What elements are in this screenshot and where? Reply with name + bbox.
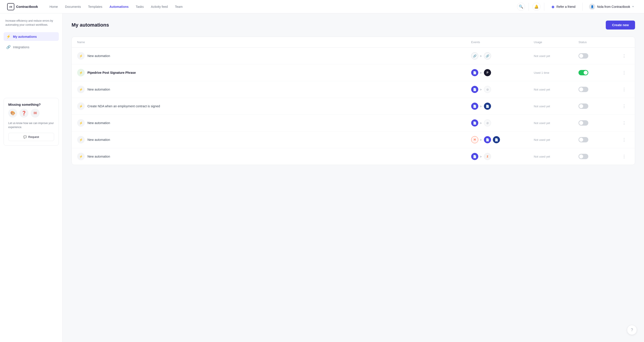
nav-documents[interactable]: Documents [62, 4, 84, 10]
automation-toggle[interactable] [578, 70, 588, 75]
nav-links: Home Documents Templates Automations Tas… [47, 4, 517, 10]
events-cell: 📄 ▶ Z [471, 153, 534, 160]
refer-label: Refer a friend [556, 5, 575, 8]
event-to-icon: ⊘ [484, 86, 491, 93]
search-button[interactable]: 🔍 [517, 3, 525, 11]
missing-card: Missing something? 🎨 ❓ ✉ Let us know how… [4, 98, 59, 146]
row-name-cell: ⚡ New automation [77, 119, 471, 127]
request-label: Request [28, 135, 39, 138]
toggle-cell [578, 137, 619, 142]
table-row[interactable]: ⚡ New automation 📄 ▶ ⊘ Not used yet ⋮ [72, 115, 635, 132]
event-arrow-icon: ▶ [480, 155, 482, 158]
event-from-icon: 📄 [471, 69, 478, 76]
automation-icon: ⚡ [77, 69, 85, 76]
row-name-cell: ⚡ New automation [77, 52, 471, 60]
more-options-button[interactable]: ⋮ [619, 120, 630, 126]
table-row[interactable]: ⚡ New automation 📄 ▶ ⊘ Not used yet ⋮ [72, 81, 635, 98]
table-row[interactable]: ⚡ New automation 📄 ▶ Z Not used yet [72, 148, 635, 165]
nav-team[interactable]: Team [172, 4, 185, 10]
hubspot-icon: H [474, 138, 476, 141]
help-button[interactable]: ? [627, 325, 637, 335]
automation-toggle[interactable] [578, 53, 588, 58]
event-from-icon: 📄 [471, 153, 478, 160]
table-header: Name Events Usage Status [72, 37, 635, 48]
nav-templates[interactable]: Templates [86, 4, 105, 10]
table-row[interactable]: ⚡ New automation H ▶ 📄 📄 Not used yet [72, 132, 635, 148]
event-from-icon: 📄 [471, 102, 478, 110]
more-options-button[interactable]: ⋮ [619, 69, 630, 76]
event-arrow-icon: ▶ [480, 54, 482, 58]
toggle-slider [578, 70, 588, 75]
sidebar-item-automations-label: My automations [13, 35, 37, 38]
event-to-icon: P [484, 69, 491, 76]
toggle-cell [578, 104, 619, 109]
events-cell: 📄 ▶ 📄 [471, 102, 534, 110]
event-to-icon-1: 📄 [484, 136, 491, 143]
row-name-cell: ⚡ New automation [77, 86, 471, 93]
notifications-button[interactable]: 🔔 [532, 3, 540, 11]
request-button[interactable]: 💬 Request [8, 133, 54, 141]
toggle-slider [578, 87, 588, 92]
diamond-icon: ◆ [552, 4, 554, 9]
event-arrow-icon: ▶ [480, 104, 482, 108]
more-options-button[interactable]: ⋮ [619, 153, 630, 160]
automation-icon: ⚡ [77, 119, 85, 127]
event-to-icon-2: 📄 [493, 136, 500, 143]
sidebar-item-integrations[interactable]: 🔗 Integrations [4, 43, 59, 52]
bolt-icon: ⚡ [79, 155, 83, 158]
search-icon: 🔍 [519, 4, 523, 9]
event-to-icon: Z [484, 153, 491, 160]
event-arrow-icon: ▶ [480, 138, 482, 141]
automations-table: Name Events Usage Status ⚡ New automatio… [72, 37, 635, 165]
automation-name: New automation [88, 88, 110, 91]
nav-activity-feed[interactable]: Activity feed [148, 4, 170, 10]
more-options-button[interactable]: ⋮ [619, 52, 630, 59]
logo[interactable]: cb Contractbook [7, 3, 38, 10]
row-name-cell: ⚡ Pipedrive Post Signature Phrase [77, 69, 471, 76]
automation-toggle[interactable] [578, 104, 588, 109]
chat-icon: 💬 [23, 135, 27, 138]
sidebar-item-automations[interactable]: ⚡ My automations [4, 32, 59, 41]
table-row[interactable]: ⚡ Create NDA when an employment contract… [72, 98, 635, 115]
question-icon: ? [631, 328, 633, 332]
events-cell: 📄 ▶ P [471, 69, 534, 76]
nav-home[interactable]: Home [47, 4, 60, 10]
create-new-button[interactable]: Create new [606, 20, 635, 30]
bolt-icon: ⚡ [79, 54, 83, 58]
bolt-icon: ⚡ [79, 138, 83, 142]
bolt-icon: ⚡ [79, 122, 83, 125]
more-options-button[interactable]: ⋮ [619, 86, 630, 93]
col-actions [619, 40, 630, 44]
automation-name: Pipedrive Post Signature Phrase [88, 71, 136, 74]
table-row[interactable]: ⚡ New automation 🔗 ▶ 🔗 Not used yet ⋮ [72, 48, 635, 64]
automation-toggle[interactable] [578, 137, 588, 142]
usage-text: Not used yet [534, 138, 578, 142]
user-menu-button[interactable]: 👤 Nola from Contractbook ▼ [586, 2, 637, 11]
automation-toggle[interactable] [578, 87, 588, 92]
row-name-cell: ⚡ Create NDA when an employment contract… [77, 102, 471, 110]
refer-button[interactable]: ◆ Refer a friend [548, 3, 579, 10]
bolt-icon: ⚡ [6, 34, 11, 39]
logo-text: Contractbook [16, 5, 38, 8]
missing-icon-question: ❓ [20, 109, 28, 118]
row-name-cell: ⚡ New automation [77, 136, 471, 144]
user-label: Nola from Contractbook [597, 5, 630, 8]
more-options-button[interactable]: ⋮ [619, 136, 630, 143]
event-from-icon: 🔗 [471, 52, 478, 60]
nav-tasks[interactable]: Tasks [133, 4, 146, 10]
col-usage: Usage [534, 40, 578, 44]
toggle-slider [578, 53, 588, 58]
usage-text: Not used yet [534, 88, 578, 91]
table-row[interactable]: ⚡ Pipedrive Post Signature Phrase 📄 ▶ P … [72, 64, 635, 81]
automation-icon: ⚡ [77, 52, 85, 60]
missing-icon-art: 🎨 [8, 109, 17, 118]
automation-toggle[interactable] [578, 120, 588, 126]
nav-automations[interactable]: Automations [107, 4, 131, 10]
usage-text: Not used yet [534, 54, 578, 58]
automation-name: Create NDA when an employment contract i… [88, 104, 160, 108]
automation-name: New automation [88, 138, 110, 142]
automation-toggle[interactable] [578, 154, 588, 159]
more-options-button[interactable]: ⋮ [619, 103, 630, 110]
toggle-slider [578, 137, 588, 142]
event-from-icon: 📄 [471, 119, 478, 126]
